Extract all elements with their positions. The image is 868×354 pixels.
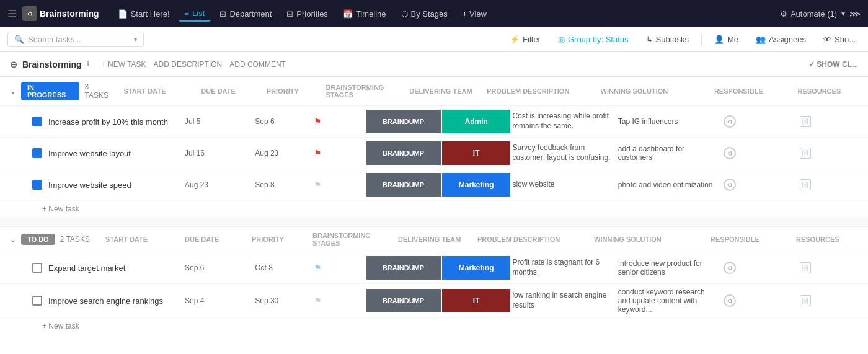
col-start-date-header: START DATE	[123, 87, 196, 95]
search-box[interactable]: 🔍 Search tasks... ▾	[7, 32, 144, 47]
nav-bystages[interactable]: ⬡ By Stages	[395, 7, 454, 21]
assignees-button[interactable]: 👥 Assignees	[751, 32, 811, 46]
app-icon: ⚙	[22, 6, 37, 21]
task-checkbox[interactable]	[32, 180, 42, 190]
nav-priorities[interactable]: ⊞ Priorities	[280, 7, 334, 21]
braindump-cell: BRAINDUMP	[366, 256, 441, 280]
task-winning: Tap IG influencers	[618, 117, 724, 126]
show-closed-button[interactable]: 👁 Sho...	[818, 32, 861, 46]
group-header-inprogress: ⌄ IN PROGRESS 3 TASKS START DATE DUE DAT…	[0, 77, 868, 106]
task-responsible[interactable]: ⚙	[724, 115, 800, 128]
me-button[interactable]: 👤 Me	[709, 32, 743, 46]
new-task-button[interactable]: + NEW TASK	[102, 60, 146, 69]
task-team[interactable]: Admin	[442, 110, 512, 133]
add-description-button[interactable]: ADD DESCRIPTION	[154, 60, 223, 69]
automate-button[interactable]: ⚙ Automate (1) ▼ ⋙	[780, 9, 861, 19]
filter-icon: ⚡	[510, 35, 520, 44]
task-checkbox[interactable]	[32, 117, 42, 126]
task-brainstorm[interactable]: BRAINDUMP	[366, 110, 443, 133]
task-problem: slow website	[512, 180, 618, 190]
info-icon[interactable]: ℹ	[87, 60, 89, 68]
nav-department-label: Department	[229, 9, 272, 19]
task-resources[interactable]: 📄	[800, 179, 858, 190]
braindump-cell: BRAINDUMP	[366, 289, 441, 312]
braindump-cell: BRAINDUMP	[366, 173, 441, 197]
task-priority[interactable]: ⚑	[314, 180, 366, 190]
task-resources[interactable]: 📄	[800, 116, 858, 127]
task-brainstorm[interactable]: BRAINDUMP	[366, 173, 443, 197]
show-closed-label: Sho...	[835, 35, 856, 44]
app-title: Brainstorming	[40, 9, 99, 19]
task-checkbox[interactable]	[32, 296, 42, 306]
task-row: Improve search engine rankings Sep 4 Sep…	[0, 284, 868, 318]
task-responsible[interactable]: ⚙	[724, 179, 800, 191]
task-team[interactable]: IT	[442, 141, 512, 165]
nav-start-here[interactable]: 📄 Start Here!	[112, 7, 176, 21]
hamburger-menu[interactable]: ☰	[7, 8, 16, 20]
groupby-label: Group by: Status	[568, 35, 629, 44]
task-checkbox[interactable]	[32, 148, 42, 158]
task-responsible[interactable]: ⚙	[724, 147, 800, 159]
show-columns-button[interactable]: ✓ SHOW CL...	[808, 60, 858, 69]
task-start-date: Jul 16	[185, 149, 255, 157]
new-task-todo[interactable]: + New task	[0, 318, 868, 334]
team-cell: Marketing	[442, 173, 510, 197]
task-resources[interactable]: 📄	[800, 148, 858, 159]
task-brainstorm[interactable]: BRAINDUMP	[366, 256, 443, 280]
filter-button[interactable]: ⚡ Filter	[505, 32, 546, 46]
nav-list[interactable]: ≡ List	[179, 6, 211, 22]
nav-add-view[interactable]: + View	[456, 7, 493, 21]
col-resources-header2: RESOURCES	[796, 236, 858, 243]
nav-timeline[interactable]: 📅 Timeline	[337, 7, 392, 21]
task-team[interactable]: Marketing	[442, 256, 512, 280]
task-resources[interactable]: 📄	[800, 295, 858, 306]
me-label: Me	[727, 35, 738, 44]
inprogress-badge[interactable]: IN PROGRESS	[21, 82, 79, 100]
nav-timeline-label: Timeline	[356, 9, 386, 19]
group-separator	[0, 217, 868, 227]
braindump-cell: BRAINDUMP	[366, 110, 441, 133]
task-name[interactable]: Expand target market	[48, 263, 185, 273]
task-team[interactable]: Marketing	[442, 173, 512, 197]
task-priority[interactable]: ⚑	[314, 148, 366, 158]
nav-department[interactable]: ⊞ Department	[213, 7, 278, 21]
list-icon: ≡	[185, 9, 190, 18]
groupby-button[interactable]: ◎ Group by: Status	[553, 32, 634, 46]
task-name[interactable]: Improve website speed	[48, 180, 185, 190]
automate-label: Automate (1)	[790, 9, 837, 19]
collapse-icon[interactable]: ⊖	[10, 60, 17, 69]
inprogress-count: 3 TASKS	[84, 82, 113, 100]
task-responsible[interactable]: ⚙	[724, 262, 800, 274]
task-start-date: Aug 23	[185, 180, 255, 189]
col-problem-header2: PROBLEM DESCRIPTION	[477, 236, 589, 243]
task-priority[interactable]: ⚑	[314, 117, 366, 126]
group-toggle-inprogress[interactable]: ⌄	[10, 87, 16, 95]
task-team[interactable]: IT	[442, 289, 512, 312]
breadcrumb: ⊖ Brainstorming ℹ + NEW TASK ADD DESCRIP…	[0, 52, 868, 77]
todo-badge[interactable]: TO DO	[21, 234, 55, 245]
task-brainstorm[interactable]: BRAINDUMP	[366, 289, 443, 312]
task-brainstorm[interactable]: BRAINDUMP	[366, 141, 443, 165]
flag-light-icon: ⚑	[314, 263, 322, 273]
me-icon: 👤	[714, 35, 724, 44]
task-resources[interactable]: 📄	[800, 262, 858, 273]
task-checkbox[interactable]	[32, 263, 42, 273]
group-toggle-todo[interactable]: ⌄	[10, 235, 16, 244]
task-name[interactable]: Improve search engine rankings	[48, 296, 185, 306]
search-dropdown-icon[interactable]: ▾	[134, 36, 137, 43]
new-task-inprogress[interactable]: + New task	[0, 201, 868, 217]
task-problem: Profit rate is stagnant for 6 months.	[512, 258, 618, 277]
task-responsible[interactable]: ⚙	[724, 294, 800, 307]
subtasks-label: Subtasks	[656, 35, 689, 44]
resources-doc-icon: 📄	[800, 262, 811, 273]
task-start-date: Jul 5	[185, 117, 255, 126]
task-name[interactable]: Improve website layout	[48, 149, 185, 158]
nav-view-label: + View	[463, 9, 487, 19]
add-comment-button[interactable]: ADD COMMENT	[229, 60, 286, 69]
subtasks-button[interactable]: ↳ Subtasks	[641, 32, 694, 46]
task-priority[interactable]: ⚑	[314, 263, 366, 273]
task-name[interactable]: Increase profit by 10% this month	[48, 117, 185, 126]
task-priority[interactable]: ⚑	[314, 296, 366, 306]
toolbar-right: ⚡ Filter ◎ Group by: Status ↳ Subtasks 👤…	[505, 32, 861, 46]
nav-start-label: Start Here!	[131, 9, 170, 19]
